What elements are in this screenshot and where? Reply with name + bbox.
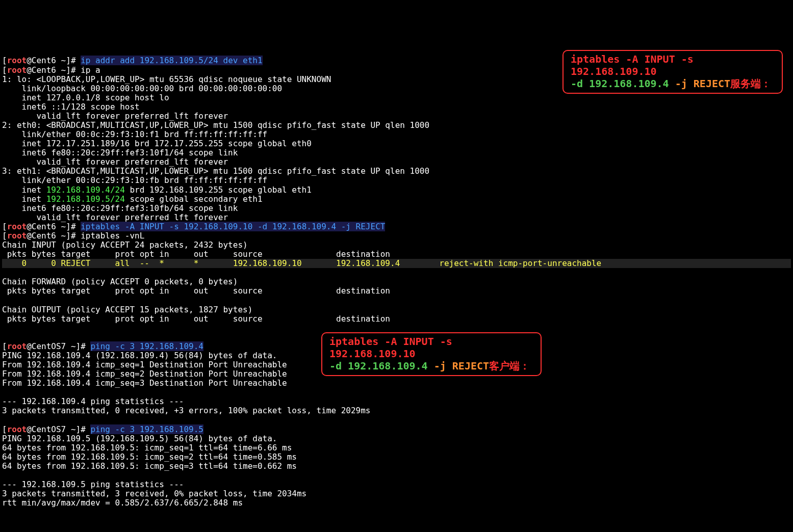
ping-output: 64 bytes from 192.168.109.5: icmp_seq=1 … <box>2 443 292 453</box>
ip-output: link/loopback 00:00:00:00:00:00 brd 00:0… <box>2 84 282 93</box>
ping-stats: --- 192.168.109.5 ping statistics --- <box>2 480 184 489</box>
iptables-output: Chain OUTPUT (policy ACCEPT 15 packets, … <box>2 305 252 314</box>
ping-stats: 3 packets transmitted, 3 received, 0% pa… <box>2 489 306 498</box>
cmd-ip-a[interactable]: ip a <box>81 65 100 75</box>
callout-client: iptables -A INPUT -s 192.168.109.10 -d 1… <box>321 332 542 376</box>
ip-output: valid_lft forever preferred_lft forever <box>2 157 228 167</box>
iptables-columns: pkts bytes target prot opt in out source… <box>2 286 390 296</box>
prompt: [root@Cent6 ~]# <box>2 231 81 241</box>
ip-output: valid_lft forever preferred_lft forever <box>2 111 228 121</box>
prompt: [root@Cent6 ~]# <box>2 56 81 65</box>
ping-output: 64 bytes from 192.168.109.5: icmp_seq=3 … <box>2 461 297 471</box>
ping-stats: rtt min/avg/max/mdev = 0.585/2.637/6.665… <box>2 498 243 508</box>
ip-output: valid_lft forever preferred_lft forever <box>2 212 228 222</box>
cmd-ip-addr-add[interactable]: ip addr add 192.168.109.5/24 dev eth1 <box>81 56 262 65</box>
prompt: [root@CentOS7 ~]# <box>2 424 90 434</box>
ip-output: link/ether 00:0c:29:f3:10:fb brd ff:ff:f… <box>2 175 267 185</box>
iptables-rule-row: 0 0 REJECT all -- * * 192.168.109.10 192… <box>2 259 791 268</box>
iptables-output: Chain INPUT (policy ACCEPT 24 packets, 2… <box>2 240 248 250</box>
iptables-columns: pkts bytes target prot opt in out source… <box>2 249 390 259</box>
ip-output: inet 172.17.251.189/16 brd 172.17.255.25… <box>2 139 312 148</box>
ping-output: From 192.168.109.4 icmp_seq=3 Destinatio… <box>2 378 287 388</box>
ip-output: inet6 fe80::20c:29ff:fef3:10f1/64 scope … <box>2 148 238 157</box>
cmd-iptables-vnl[interactable]: iptables -vnL <box>81 231 144 241</box>
callout-server: iptables -A INPUT -s 192.168.109.10 -d 1… <box>562 50 783 94</box>
cmd-iptables-add[interactable]: iptables -A INPUT -s 192.168.109.10 -d 1… <box>81 222 385 231</box>
inet-addr-1: 192.168.109.4/24 <box>46 185 125 195</box>
prompt: [root@Cent6 ~]# <box>2 65 81 75</box>
ping-stats: --- 192.168.109.4 ping statistics --- <box>2 396 184 406</box>
prompt: [root@CentOS7 ~]# <box>2 341 90 351</box>
ip-output: inet 192.168.109.5/24 scope global secon… <box>2 194 263 204</box>
cmd-ping5[interactable]: ping -c 3 192.168.109.5 <box>90 424 203 434</box>
ip-output: inet 192.168.109.4/24 brd 192.168.109.25… <box>2 185 312 195</box>
ip-output: inet6 fe80::20c:29ff:fef3:10fb/64 scope … <box>2 203 238 213</box>
ip-output: inet 127.0.0.1/8 scope host lo <box>2 93 169 102</box>
ping-output: PING 192.168.109.5 (192.168.109.5) 56(84… <box>2 434 277 443</box>
prompt: [root@Cent6 ~]# <box>2 222 81 231</box>
ip-output: inet6 ::1/128 scope host <box>2 102 140 112</box>
ping-stats: 3 packets transmitted, 0 received, +3 er… <box>2 406 370 415</box>
ping-output: PING 192.168.109.4 (192.168.109.4) 56(84… <box>2 351 277 360</box>
cmd-ping4[interactable]: ping -c 3 192.168.109.4 <box>90 341 203 351</box>
ping-output: 64 bytes from 192.168.109.5: icmp_seq=2 … <box>2 452 297 462</box>
ip-output: link/ether 00:0c:29:f3:10:f1 brd ff:ff:f… <box>2 129 267 139</box>
ping-output: From 192.168.109.4 icmp_seq=2 Destinatio… <box>2 369 287 379</box>
ping-output: From 192.168.109.4 icmp_seq=1 Destinatio… <box>2 360 287 369</box>
ip-output: 1: lo: <LOOPBACK,UP,LOWER_UP> mtu 65536 … <box>2 74 331 84</box>
terminal[interactable]: [root@Cent6 ~]# ip addr add 192.168.109.… <box>0 46 793 532</box>
ip-output: 2: eth0: <BROADCAST,MULTICAST,UP,LOWER_U… <box>2 120 429 130</box>
iptables-columns: pkts bytes target prot opt in out source… <box>2 314 390 324</box>
iptables-output: Chain FORWARD (policy ACCEPT 0 packets, … <box>2 277 238 286</box>
ip-output: 3: eth1: <BROADCAST,MULTICAST,UP,LOWER_U… <box>2 166 429 176</box>
inet-addr-2: 192.168.109.5/24 <box>46 194 125 204</box>
